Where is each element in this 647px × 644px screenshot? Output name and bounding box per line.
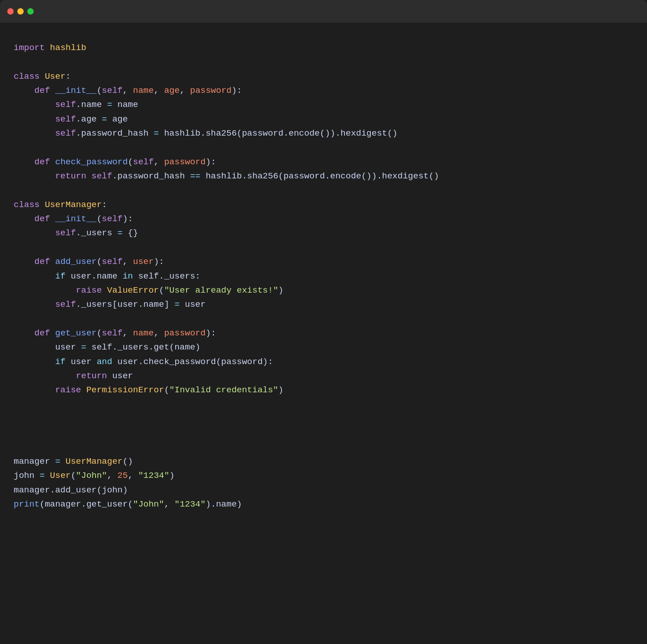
code-line-9: def check_password(self, password): (14, 155, 633, 169)
code-line-7: self.password_hash = hashlib.sha256(pass… (14, 127, 633, 141)
close-button[interactable] (7, 8, 14, 15)
code-line-25: raise PermissionError("Invalid credentia… (14, 383, 633, 397)
code-line-27 (14, 412, 633, 426)
code-window: import hashlib class User: def __init__(… (0, 0, 647, 644)
code-line-8 (14, 141, 633, 155)
code-line-2 (14, 55, 633, 69)
code-line-24: return user (14, 369, 633, 383)
code-line-20 (14, 312, 633, 326)
code-line-13: def __init__(self): (14, 212, 633, 226)
code-line-1: import hashlib (14, 41, 633, 55)
code-line-6: self.age = age (14, 112, 633, 127)
code-line-29 (14, 441, 633, 455)
minimize-button[interactable] (17, 8, 24, 15)
code-line-12: class UserManager: (14, 198, 633, 212)
code-line-5: self.name = name (14, 98, 633, 112)
code-line-3: class User: (14, 70, 633, 84)
code-line-17: if user.name in self._users: (14, 269, 633, 284)
code-line-30: manager = UserManager() (14, 455, 633, 469)
code-line-23: if user and user.check_password(password… (14, 355, 633, 369)
code-line-26 (14, 398, 633, 412)
maximize-button[interactable] (27, 8, 34, 15)
code-line-10: return self.password_hash == hashlib.sha… (14, 169, 633, 183)
code-line-11 (14, 183, 633, 198)
code-line-19: self._users[user.name] = user (14, 298, 633, 312)
code-line-15 (14, 241, 633, 255)
titlebar (0, 0, 647, 23)
code-line-4: def __init__(self, name, age, password): (14, 84, 633, 98)
code-line-32: manager.add_user(john) (14, 483, 633, 497)
code-editor[interactable]: import hashlib class User: def __init__(… (0, 23, 647, 530)
code-line-18: raise ValueError("User already exists!") (14, 284, 633, 298)
code-line-28 (14, 426, 633, 440)
code-line-16: def add_user(self, user): (14, 255, 633, 269)
code-line-22: user = self._users.get(name) (14, 340, 633, 355)
code-line-21: def get_user(self, name, password): (14, 326, 633, 340)
code-line-31: john = User("John", 25, "1234") (14, 469, 633, 483)
code-line-33: print(manager.get_user("John", "1234").n… (14, 497, 633, 512)
code-line-14: self._users = {} (14, 226, 633, 240)
